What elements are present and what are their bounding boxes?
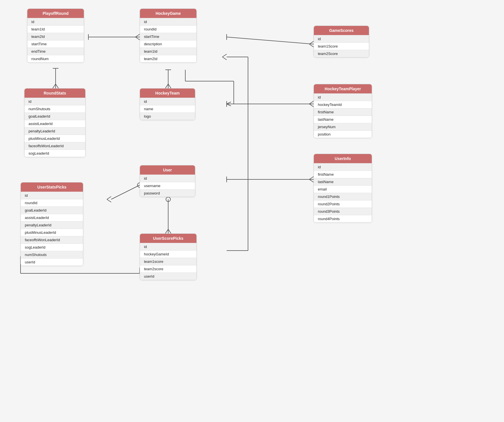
field-row: team1Id	[140, 48, 196, 55]
field-row: faceoffsWonLeaderId	[21, 236, 83, 243]
field-row: numShutouts	[21, 251, 83, 258]
field-row: id	[314, 93, 372, 101]
entity-round-stats-header: RoundStats	[25, 89, 85, 98]
field-row: team1Score	[314, 42, 369, 50]
field-row: id	[140, 18, 196, 25]
entity-hockey-game-header: HockeyGame	[140, 9, 196, 18]
svg-line-38	[168, 229, 171, 233]
field-row: round1Points	[314, 193, 372, 200]
svg-line-27	[309, 177, 314, 179]
entity-round-stats: RoundStats id numShutouts goalLeaderId a…	[24, 88, 86, 157]
field-row: id	[314, 35, 369, 42]
field-row: id	[25, 98, 85, 105]
svg-line-16	[227, 102, 231, 104]
entity-hockey-team-player-header: HockeyTeamPlayer	[314, 84, 372, 93]
field-row: id	[27, 18, 84, 25]
field-row: goalLeaderId	[21, 206, 83, 214]
entity-hockey-game: HockeyGame id roundId startTime descript…	[140, 9, 197, 63]
entity-user-stats-picks-header: UserStatsPicks	[21, 183, 83, 192]
field-row: id	[140, 98, 195, 105]
field-row: assistLeaderId	[25, 120, 85, 127]
svg-line-5	[53, 84, 56, 88]
field-row: sogLeaderId	[21, 243, 83, 251]
field-row: userId	[140, 273, 196, 280]
field-row: firstName	[314, 171, 372, 178]
svg-line-24	[309, 104, 314, 107]
field-row: startTime	[140, 33, 196, 40]
field-row: numShutouts	[25, 105, 85, 112]
field-row: position	[314, 130, 372, 138]
entity-user-stats-picks: UserStatsPicks id roundId goalLeaderId a…	[21, 182, 83, 266]
field-row: logo	[140, 112, 195, 120]
field-row: endTime	[27, 48, 84, 55]
svg-line-28	[309, 179, 314, 182]
field-row: email	[314, 185, 372, 193]
svg-line-37	[165, 229, 168, 233]
entity-game-scores-header: GameScores	[314, 26, 369, 35]
field-row: roundNum	[27, 55, 84, 62]
svg-line-6	[56, 84, 58, 88]
svg-line-1	[135, 34, 140, 37]
entity-playoff-round: PlayoffRound id team1Id team2Id startTim…	[27, 9, 84, 63]
entity-game-scores: GameScores id team1Score team2Score	[314, 26, 369, 58]
svg-line-2	[135, 37, 140, 40]
field-row: hockeyGameId	[140, 250, 196, 258]
entity-user-info-header: UserInfo	[314, 154, 372, 163]
field-row: assistLeaderId	[21, 214, 83, 221]
field-row: lastName	[314, 178, 372, 185]
entity-playoff-round-header: PlayoffRound	[27, 9, 84, 18]
entity-user-score-picks: UserScorePicks id hockeyGameId team1scor…	[140, 233, 197, 280]
svg-line-33	[107, 199, 111, 202]
field-row: round4Points	[314, 215, 372, 222]
field-row: password	[140, 189, 195, 197]
field-row: penaltyLeaderId	[25, 127, 85, 135]
field-row: id	[314, 163, 372, 171]
field-row: team1score	[140, 258, 196, 265]
entity-user-score-picks-header: UserScorePicks	[140, 234, 196, 243]
svg-line-32	[107, 196, 111, 199]
field-row: goalLeaderId	[25, 112, 85, 120]
field-row: round3Points	[314, 208, 372, 215]
svg-line-19	[309, 41, 314, 44]
field-row: id	[21, 192, 83, 199]
entity-user: User id username password	[140, 165, 195, 197]
field-row: sogLeaderId	[25, 149, 85, 157]
field-row: faceoffsWonLeaderId	[25, 142, 85, 149]
entity-user-info: UserInfo id firstName lastName email rou…	[314, 154, 372, 223]
svg-line-42	[222, 54, 227, 57]
field-row: hockeyTeamId	[314, 101, 372, 108]
svg-line-43	[222, 57, 227, 60]
field-row: firstName	[314, 108, 372, 116]
entity-hockey-team-header: HockeyTeam	[140, 89, 195, 98]
field-row: plusMinusLeaderId	[21, 229, 83, 236]
field-row: roundId	[140, 25, 196, 33]
svg-line-9	[165, 84, 168, 88]
field-row: roundId	[21, 199, 83, 206]
svg-line-18	[227, 37, 314, 44]
svg-point-36	[166, 197, 170, 202]
field-row: userId	[21, 258, 83, 266]
entity-hockey-team-player: HockeyTeamPlayer id hockeyTeamId firstNa…	[314, 84, 372, 138]
field-row: username	[140, 182, 195, 189]
field-row: lastName	[314, 116, 372, 123]
svg-line-10	[168, 84, 171, 88]
field-row: startTime	[27, 40, 84, 48]
field-row: round2Points	[314, 200, 372, 208]
field-row: id	[140, 243, 196, 250]
field-row: team2score	[140, 265, 196, 273]
svg-line-20	[309, 44, 314, 47]
field-row: id	[140, 175, 195, 182]
field-row: plusMinusLeaderId	[25, 135, 85, 142]
entity-user-header: User	[140, 165, 195, 175]
entity-hockey-team: HockeyTeam id name logo	[140, 88, 195, 120]
svg-line-30	[111, 185, 140, 199]
field-row: jerseyNum	[314, 123, 372, 130]
field-row: team2Score	[314, 50, 369, 57]
field-row: name	[140, 105, 195, 112]
field-row: description	[140, 40, 196, 48]
field-row: team1Id	[27, 25, 84, 33]
svg-line-17	[227, 104, 231, 106]
field-row: team2Id	[140, 55, 196, 62]
field-row: team2Id	[27, 33, 84, 40]
svg-line-23	[309, 101, 314, 104]
